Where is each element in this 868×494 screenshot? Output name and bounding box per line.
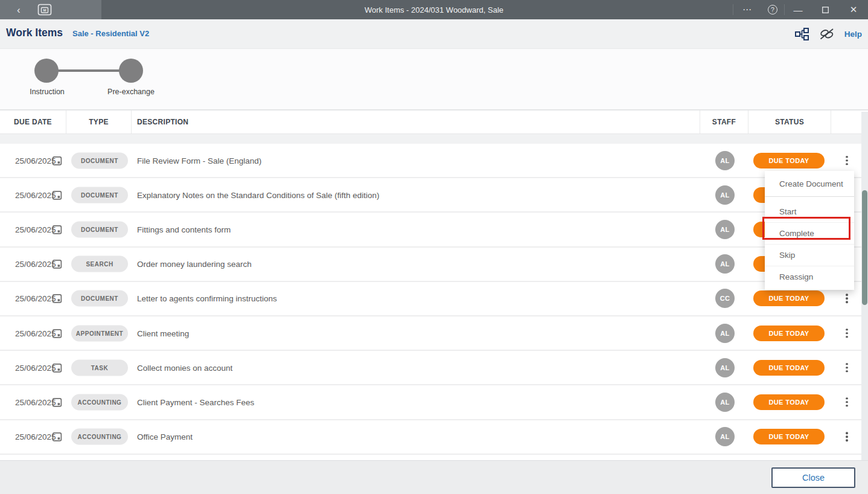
window-titlebar: ‹ M Work Items - 2024/031 Woodward, Sale… xyxy=(0,0,868,19)
step-label: Pre-exchange xyxy=(92,88,170,96)
due-date-text: 25/06/2025 xyxy=(15,225,56,234)
unlink-icon[interactable] xyxy=(819,27,835,40)
matter-folder-icon[interactable]: M xyxy=(37,4,52,16)
type-pill: DOCUMENT xyxy=(71,221,128,237)
staff-avatar: AL xyxy=(715,393,735,412)
type-pill: DOCUMENT xyxy=(71,290,128,307)
calendar-icon[interactable] xyxy=(52,259,62,269)
type-pill: ACCOUNTING xyxy=(71,429,128,445)
window-help-button[interactable]: ? xyxy=(761,0,784,19)
step-circle-pre-exchange xyxy=(119,59,143,83)
row-actions-kebab-icon[interactable] xyxy=(843,432,851,441)
workflow-diagram-icon[interactable] xyxy=(795,28,809,40)
context-menu-item-complete[interactable]: Complete xyxy=(765,222,854,244)
calendar-icon[interactable] xyxy=(52,362,62,373)
calendar-icon[interactable] xyxy=(52,294,62,304)
due-date-text: 25/06/2025 xyxy=(15,294,56,303)
back-icon[interactable]: ‹ xyxy=(17,5,21,15)
row-actions-kebab-icon[interactable] xyxy=(843,294,851,304)
calendar-icon[interactable] xyxy=(52,328,62,338)
work-item-row: 25/06/2025 DOCUMENT Explanatory Notes on… xyxy=(0,178,861,213)
calendar-icon[interactable] xyxy=(52,397,62,407)
description-text: File Review Form - Sale (England) xyxy=(137,156,261,165)
staff-avatar: AL xyxy=(715,220,735,239)
titlebar-left-segment: ‹ M xyxy=(0,0,101,19)
calendar-icon[interactable] xyxy=(52,224,62,234)
context-menu-item-reassign[interactable]: Reassign xyxy=(765,266,854,287)
column-header-description: DESCRIPTION xyxy=(132,111,700,133)
due-date-text: 25/06/2025 xyxy=(15,363,56,372)
type-pill: TASK xyxy=(71,359,128,376)
calendar-icon[interactable] xyxy=(52,190,62,200)
work-item-row: 25/06/2025 ACCOUNTING Client Payment - S… xyxy=(0,385,861,420)
status-badge: DUE TODAY xyxy=(753,326,825,341)
staff-avatar: AL xyxy=(715,254,735,274)
type-pill: DOCUMENT xyxy=(71,152,128,168)
status-badge: DUE TODAY xyxy=(753,394,825,410)
calendar-icon[interactable] xyxy=(52,155,62,165)
row-actions-context-menu: Create DocumentStartCompleteSkipReassign xyxy=(765,171,854,290)
due-date-text: 25/06/2025 xyxy=(15,432,56,441)
due-date-text: 25/06/2025 xyxy=(15,190,56,199)
table-header: DUE DATE TYPE DESCRIPTION STAFF STATUS xyxy=(0,110,868,134)
due-date-text: 25/06/2025 xyxy=(15,260,56,269)
page-header-actions: Help xyxy=(795,19,862,48)
context-menu-item-start[interactable]: Start xyxy=(765,200,854,222)
status-badge: DUE TODAY xyxy=(753,153,825,168)
window-close-button[interactable]: ✕ xyxy=(839,0,868,19)
due-date-text: 25/06/2025 xyxy=(15,156,56,165)
type-pill: APPOINTMENT xyxy=(71,325,128,341)
status-badge: DUE TODAY xyxy=(753,290,825,306)
due-date-text: 25/06/2025 xyxy=(15,397,56,406)
work-item-row: 25/06/2025 DOCUMENT Fittings and content… xyxy=(0,213,861,247)
staff-avatar: AL xyxy=(715,151,735,170)
milestone-stepper: Instruction Pre-exchange xyxy=(0,48,868,110)
type-pill: SEARCH xyxy=(71,256,128,272)
context-menu-item-skip[interactable]: Skip xyxy=(765,244,854,266)
vertical-scrollbar-thumb[interactable] xyxy=(862,190,867,305)
window-controls: ⋯ ? — ✕ xyxy=(733,0,868,19)
page-header: Work Items Sale - Residential V2 Help xyxy=(0,19,868,48)
row-actions-kebab-icon[interactable] xyxy=(843,329,851,338)
column-header-status: STATUS xyxy=(748,111,831,133)
work-items-window: ‹ M Work Items - 2024/031 Woodward, Sale… xyxy=(0,0,868,494)
calendar-icon[interactable] xyxy=(52,432,62,442)
work-item-row: 25/06/2025 TASK Collect monies on accoun… xyxy=(0,351,861,385)
page-title: Work Items xyxy=(6,27,63,39)
svg-text:M: M xyxy=(43,8,46,12)
work-items-list: 25/06/2025 DOCUMENT File Review Form - S… xyxy=(0,144,861,455)
row-actions-kebab-icon[interactable] xyxy=(843,397,851,407)
work-item-row: 25/06/2025 DOCUMENT File Review Form - S… xyxy=(0,144,861,178)
description-text: Collect monies on account xyxy=(137,363,232,372)
description-text: Order money laundering search xyxy=(137,260,252,269)
staff-avatar: AL xyxy=(715,324,735,343)
due-date-text: 25/06/2025 xyxy=(15,329,56,338)
type-pill: DOCUMENT xyxy=(71,187,128,203)
help-link[interactable]: Help xyxy=(844,30,862,39)
row-actions-kebab-icon[interactable] xyxy=(843,363,851,373)
work-item-row: 25/06/2025 SEARCH Order money laundering… xyxy=(0,248,861,282)
staff-avatar: AL xyxy=(715,427,735,446)
context-menu-item-create-document[interactable]: Create Document xyxy=(765,171,854,197)
step-label: Instruction xyxy=(8,88,86,96)
staff-avatar: CC xyxy=(715,289,735,308)
close-button[interactable]: Close xyxy=(771,467,855,488)
maximize-button[interactable] xyxy=(811,0,839,19)
description-text: Letter to agents confirming instructions xyxy=(137,294,277,303)
description-text: Explanatory Notes on the Standard Condit… xyxy=(137,190,380,199)
workflow-name-label: Sale - Residential V2 xyxy=(72,29,149,38)
staff-avatar: AL xyxy=(715,358,735,377)
description-text: Client meeting xyxy=(137,329,189,338)
step-circle-instruction xyxy=(34,59,59,83)
more-options-button[interactable]: ⋯ xyxy=(733,0,761,19)
minimize-button[interactable]: — xyxy=(785,0,811,19)
description-text: Fittings and contents form xyxy=(137,225,231,234)
status-badge: DUE TODAY xyxy=(753,360,825,376)
column-header-actions xyxy=(831,111,861,133)
work-item-row: 25/06/2025 DOCUMENT Letter to agents con… xyxy=(0,282,861,316)
header-gap xyxy=(0,134,868,144)
column-header-due-date: DUE DATE xyxy=(0,111,66,133)
footer-bar xyxy=(0,460,868,494)
work-item-row: 25/06/2025 ACCOUNTING Office Payment AL … xyxy=(0,420,861,455)
row-actions-kebab-icon[interactable] xyxy=(843,156,851,165)
